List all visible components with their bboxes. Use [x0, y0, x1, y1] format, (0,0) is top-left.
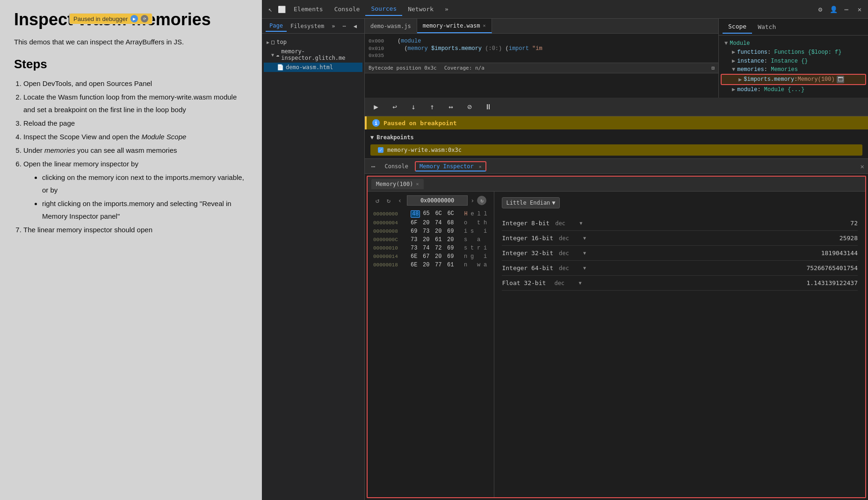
cursor-icon[interactable]: ↖ [266, 5, 275, 14]
tab-network[interactable]: Network [402, 3, 439, 15]
step-over-btn[interactable]: ↩ [389, 101, 400, 113]
tab-more[interactable]: » [439, 3, 454, 15]
breakpoint-item-0[interactable]: ✓ memory-write.wasm:0x3c [370, 144, 862, 156]
hex-byte-32[interactable]: 61 [435, 236, 444, 243]
tab-console[interactable]: Console [329, 3, 366, 15]
tab-more-sources[interactable]: » [328, 21, 339, 31]
scope-module-entry[interactable]: ▶module: Module {...} [721, 85, 866, 94]
hex-bytes-3: 73 20 61 20 [411, 236, 456, 243]
hex-byte-02[interactable]: 6C [435, 210, 444, 218]
hex-byte-22[interactable]: 20 [435, 228, 444, 235]
addr-back-btn[interactable]: ↺ [373, 197, 382, 204]
step-into-btn[interactable]: ↓ [408, 101, 419, 113]
format-arrow-int64[interactable]: ▼ [583, 265, 586, 271]
deactivate-btn[interactable]: ⊘ [464, 101, 475, 113]
hex-byte-42[interactable]: 72 [435, 245, 444, 251]
settings-icon[interactable]: ⚙ [816, 5, 825, 14]
tab-memory-inspector[interactable]: Memory Inspector ✕ [415, 161, 486, 171]
addr-forward-btn[interactable]: ↻ [384, 197, 393, 204]
hex-byte-60[interactable]: 6E [411, 262, 420, 268]
more-options-icon[interactable]: ⋯ [842, 5, 851, 14]
addr-prev-btn[interactable]: ‹ [396, 197, 404, 204]
format-arrow-int32[interactable]: ▼ [583, 250, 586, 256]
ascii-t: t [477, 220, 482, 226]
hex-byte-31[interactable]: 20 [423, 236, 432, 243]
format-arrow-float32[interactable]: ▼ [579, 280, 581, 286]
paused-debugger-badge[interactable]: Paused in debugger ▶ ⟳ [69, 13, 152, 24]
hex-byte-13[interactable]: 68 [447, 220, 456, 226]
tab-scope[interactable]: Scope [723, 20, 752, 34]
coverage-label: Coverage: n/a [444, 65, 485, 71]
hex-byte-50[interactable]: 6E [411, 253, 420, 260]
close-bottom-panel[interactable]: ✕ [861, 163, 864, 170]
ascii-n2: n [464, 262, 469, 268]
hex-byte-63[interactable]: 61 [447, 262, 456, 268]
scope-memories[interactable]: ▼memories: Memories [721, 65, 866, 74]
close-memory-100[interactable]: ✕ [416, 181, 419, 186]
hex-byte-52[interactable]: 20 [435, 253, 444, 260]
hex-byte-01[interactable]: 65 [423, 210, 432, 218]
pause-btn[interactable]: ⏸ [483, 101, 494, 113]
hex-byte-61[interactable]: 20 [423, 262, 432, 268]
hex-byte-21[interactable]: 73 [423, 228, 432, 235]
step-out-btn[interactable]: ↑ [427, 101, 438, 113]
tab-console-bottom[interactable]: Console [380, 161, 413, 171]
hex-byte-11[interactable]: 20 [423, 220, 432, 226]
hex-byte-03[interactable]: 6C [447, 210, 456, 218]
hex-byte-10[interactable]: 6F [411, 220, 420, 226]
source-options[interactable]: ⋯ [339, 21, 349, 31]
breakpoints-header[interactable]: ▼ Breakpoints [370, 132, 862, 143]
tree-top[interactable]: ▶ □ top [264, 37, 362, 47]
format-arrow-int16[interactable]: ▼ [583, 236, 586, 241]
hex-byte-33[interactable]: 20 [447, 236, 456, 243]
scope-instance[interactable]: ▶instance: Instance {} [721, 57, 866, 65]
hex-byte-00[interactable]: 48 [411, 210, 420, 218]
hex-byte-41[interactable]: 74 [423, 245, 432, 251]
close-memory-tab[interactable]: ✕ [479, 164, 482, 169]
hex-byte-43[interactable]: 69 [447, 245, 456, 251]
hex-byte-12[interactable]: 74 [435, 220, 444, 226]
memory-tab-100[interactable]: Memory(100) ✕ [371, 179, 424, 189]
resume-btn[interactable]: ▶ [370, 101, 382, 113]
ascii-l2: l [484, 211, 488, 217]
value-int8: 72 [850, 220, 858, 227]
step-icon[interactable]: ⟳ [141, 15, 148, 22]
scope-imports-memory[interactable]: ▶ $imports.memory : Memory(100) 🗔 [721, 74, 866, 85]
step-back-btn[interactable]: ↔ [445, 101, 456, 113]
scope-module[interactable]: ▼Module [721, 39, 866, 48]
addr-next-btn[interactable]: › [470, 197, 474, 204]
addr-refresh-btn[interactable]: ↻ [477, 196, 486, 205]
hex-byte-30[interactable]: 73 [411, 236, 420, 243]
row-addr-1: 00000004 [373, 220, 407, 226]
memory-icon-btn[interactable]: 🗔 [837, 76, 844, 83]
profile-icon[interactable]: 👤 [829, 5, 838, 14]
value-int16: 25928 [839, 235, 858, 242]
endian-select[interactable]: Little Endian ▼ [502, 197, 559, 208]
tab-filesystem[interactable]: Filesystem [287, 21, 328, 31]
file-tab-wasm[interactable]: memory-write.wasm ✕ [417, 19, 492, 33]
tree-demo-wasm[interactable]: 📄 demo-wasm.html [264, 63, 362, 72]
address-input[interactable] [407, 195, 468, 206]
file-tab-demo-wasm-js[interactable]: demo-wasm.js [365, 19, 417, 33]
hex-byte-62[interactable]: 77 [435, 262, 444, 268]
tab-page[interactable]: Page [266, 21, 287, 32]
hex-byte-23[interactable]: 69 [447, 228, 456, 235]
inspect-icon[interactable]: ⬜ [277, 5, 286, 14]
tab-elements[interactable]: Elements [288, 3, 329, 15]
close-devtools-icon[interactable]: ✕ [855, 5, 864, 14]
expand-btn[interactable]: ⊡ [711, 65, 715, 71]
hex-byte-51[interactable]: 67 [423, 253, 432, 260]
tree-glitch[interactable]: ▼ ☁ memory-inspector.glitch.me [264, 47, 362, 63]
tab-sources[interactable]: Sources [365, 2, 402, 16]
tab-watch[interactable]: Watch [752, 21, 781, 33]
scope-functions[interactable]: ▶functions: Functions {$loop: f} [721, 48, 866, 57]
hex-byte-20[interactable]: 69 [411, 228, 420, 235]
collapse-sidebar-btn[interactable]: ◀ [350, 21, 361, 31]
row-addr-4: 00000010 [373, 245, 407, 251]
close-wasm-tab[interactable]: ✕ [483, 23, 486, 28]
resume-icon[interactable]: ▶ [130, 15, 138, 22]
hex-byte-40[interactable]: 73 [411, 245, 420, 251]
format-arrow-int8[interactable]: ▼ [579, 221, 582, 226]
hex-byte-53[interactable]: 69 [447, 253, 456, 260]
bottom-more-btn[interactable]: ⋯ [369, 163, 378, 170]
